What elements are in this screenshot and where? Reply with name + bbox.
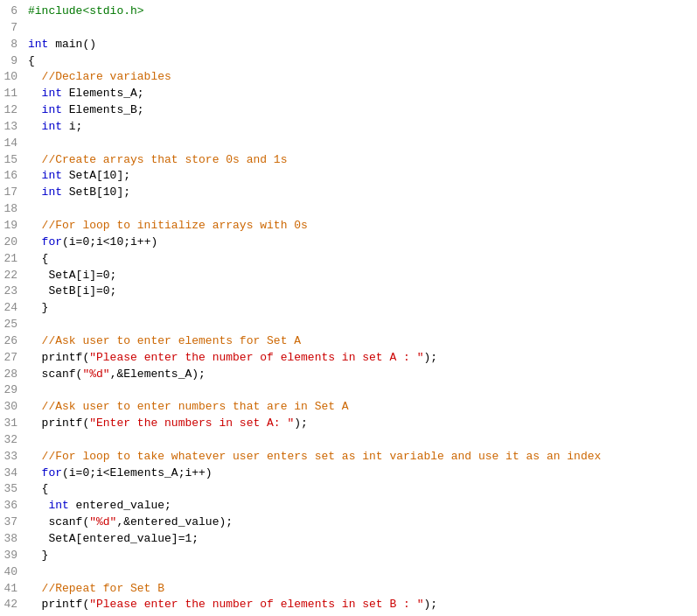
code-line: 33 //For loop to take whatever user ente… xyxy=(0,449,697,466)
token: printf( xyxy=(28,598,89,611)
code-line: 28 scanf("%d",&Elements_A); xyxy=(0,367,697,383)
line-number: 10 xyxy=(0,69,28,86)
token: { xyxy=(28,482,48,495)
line-number: 13 xyxy=(0,119,28,136)
line-number: 40 xyxy=(0,564,28,581)
code-line: 10 //Declare variables xyxy=(0,69,697,86)
line-content: int SetB[10]; xyxy=(28,185,697,201)
token: (i=0;i<10;i++) xyxy=(62,235,157,248)
token: int xyxy=(42,186,62,199)
token xyxy=(28,120,42,133)
line-number: 12 xyxy=(0,102,28,119)
code-line: 21 { xyxy=(0,251,697,268)
line-content: //For loop to initialize arrays with 0s xyxy=(28,218,697,234)
line-number: 15 xyxy=(0,152,28,169)
line-number: 9 xyxy=(0,53,28,70)
token: scanf( xyxy=(28,368,82,381)
token: //Declare variables xyxy=(28,70,171,83)
token: //Create arrays that store 0s and 1s xyxy=(28,153,287,166)
line-number: 7 xyxy=(0,20,28,37)
token xyxy=(28,186,42,199)
token xyxy=(28,499,48,512)
line-content: { xyxy=(28,53,697,70)
line-number: 39 xyxy=(0,548,28,564)
line-number: 32 xyxy=(0,432,28,449)
token: printf( xyxy=(28,351,89,364)
line-number: 35 xyxy=(0,481,28,498)
token xyxy=(28,169,42,182)
line-content: //Repeat for Set B xyxy=(28,581,697,598)
token: int xyxy=(48,499,68,512)
code-line: 20 for(i=0;i<10;i++) xyxy=(0,234,697,251)
token: SetA[10]; xyxy=(62,169,130,182)
code-line: 39 } xyxy=(0,548,697,564)
line-number: 38 xyxy=(0,531,28,548)
token: ); xyxy=(423,598,437,611)
code-line: 6#include<stdio.h> xyxy=(0,4,697,20)
line-content: int Elements_A; xyxy=(28,86,697,102)
line-number: 21 xyxy=(0,251,28,268)
code-line: 11 int Elements_A; xyxy=(0,86,697,102)
line-content: int i; xyxy=(28,119,697,136)
line-content: } xyxy=(28,548,697,564)
token: (i=0;i<Elements_A;i++) xyxy=(62,466,213,480)
code-line: 15 //Create arrays that store 0s and 1s xyxy=(0,152,697,169)
code-line: 8int main() xyxy=(0,37,697,53)
line-content: SetB[i]=0; xyxy=(28,284,697,300)
token: //Ask user to enter numbers that are in … xyxy=(28,400,349,413)
token: for xyxy=(42,235,62,248)
token xyxy=(28,235,42,248)
line-number: 23 xyxy=(0,284,28,300)
code-line: 34 for(i=0;i<Elements_A;i++) xyxy=(0,466,697,482)
token: } xyxy=(28,301,48,314)
line-content: int SetA[10]; xyxy=(28,168,697,185)
token: printf( xyxy=(28,416,89,430)
token: Elements_B; xyxy=(62,103,144,116)
code-line: 13 int i; xyxy=(0,119,697,136)
token: int xyxy=(42,103,62,116)
token: //Ask user to enter elements for Set A xyxy=(28,334,301,347)
token: ); xyxy=(294,416,308,430)
token: entered_value; xyxy=(69,499,171,512)
code-line: 7 xyxy=(0,20,697,37)
code-line: 9{ xyxy=(0,53,697,70)
code-line: 29 xyxy=(0,382,697,399)
code-line: 36 int entered_value; xyxy=(0,498,697,514)
token: for xyxy=(42,466,62,480)
code-editor: 6#include<stdio.h>78int main()9{10 //Dec… xyxy=(0,0,697,616)
code-line: 17 int SetB[10]; xyxy=(0,185,697,201)
line-content: printf("Please enter the number of eleme… xyxy=(28,350,697,367)
line-content: SetA[i]=0; xyxy=(28,268,697,284)
line-number: 22 xyxy=(0,268,28,284)
code-line: 23 SetB[i]=0; xyxy=(0,284,697,300)
line-number: 33 xyxy=(0,449,28,466)
code-line: 19 //For loop to initialize arrays with … xyxy=(0,218,697,234)
line-number: 8 xyxy=(0,37,28,53)
token: "Please enter the number of elements in … xyxy=(89,351,423,364)
line-number: 28 xyxy=(0,367,28,383)
token: int xyxy=(42,120,62,133)
line-content: printf("Please enter the number of eleme… xyxy=(28,597,697,613)
line-content: printf("Enter the numbers in set A: "); xyxy=(28,416,697,432)
code-line: 22 SetA[i]=0; xyxy=(0,268,697,284)
line-content: for(i=0;i<Elements_A;i++) xyxy=(28,466,697,482)
token: "Please enter the number of elements in … xyxy=(89,598,423,611)
line-number: 37 xyxy=(0,514,28,531)
token: SetB[i]=0; xyxy=(28,284,116,298)
code-line: 38 SetA[entered_value]=1; xyxy=(0,531,697,548)
token: main() xyxy=(48,38,96,51)
line-number: 11 xyxy=(0,86,28,102)
code-line: 24 } xyxy=(0,300,697,317)
line-number: 19 xyxy=(0,218,28,234)
token: //For loop to take whatever user enters … xyxy=(28,450,601,463)
token: ,&entered_value); xyxy=(116,515,233,528)
token: Elements_A; xyxy=(62,87,144,100)
line-content: scanf("%d",&Elements_A); xyxy=(28,367,697,383)
line-content: //Declare variables xyxy=(28,69,697,86)
token: ,&Elements_A); xyxy=(110,368,206,381)
code-line: 26 //Ask user to enter elements for Set … xyxy=(0,333,697,350)
line-number: 42 xyxy=(0,597,28,613)
line-number: 14 xyxy=(0,136,28,152)
line-number: 6 xyxy=(0,4,28,20)
token: int xyxy=(28,38,48,51)
